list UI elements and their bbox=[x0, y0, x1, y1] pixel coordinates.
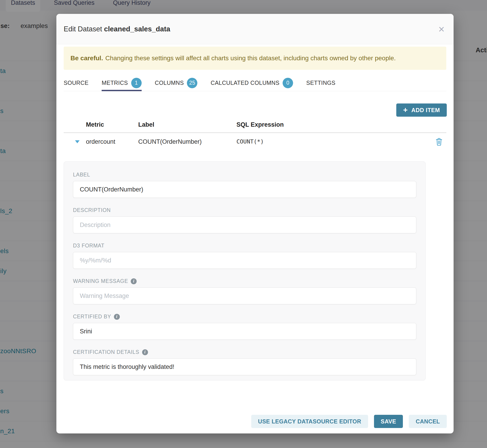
field-certification-details: CERTIFICATION DETAILS i This metric is t… bbox=[73, 349, 416, 375]
column-header-label: Label bbox=[138, 121, 154, 128]
trash-icon bbox=[435, 138, 443, 146]
field-label: LABEL COUNT(OrderNumber) bbox=[73, 172, 416, 198]
input-value: This metric is thoroughly validated! bbox=[80, 363, 174, 370]
edit-dataset-modal: Edit Dataset cleaned_sales_data × Be car… bbox=[56, 14, 454, 433]
table-header-divider bbox=[64, 132, 446, 133]
field-d3-format: D3 FORMAT %y/%m/%d bbox=[73, 243, 416, 269]
dataset-name: cleaned_sales_data bbox=[104, 25, 170, 33]
modal-title-prefix: Edit Dataset bbox=[64, 25, 102, 33]
collapse-row-caret-icon[interactable] bbox=[75, 140, 80, 143]
field-label-row: LABEL bbox=[73, 172, 416, 178]
field-label-row: D3 FORMAT bbox=[73, 243, 416, 249]
input-placeholder: %y/%m/%d bbox=[80, 257, 111, 264]
warning-text: Changing these settings will affect all … bbox=[105, 55, 396, 62]
add-item-label: ADD ITEM bbox=[411, 107, 440, 113]
metric-sql-cell: COUNT(*) bbox=[236, 138, 264, 145]
certification-details-input[interactable]: This metric is thoroughly validated! bbox=[73, 358, 416, 375]
field-warning-message: WARNING MESSAGE i Warning Message bbox=[73, 278, 416, 304]
input-value: COUNT(OrderNumber) bbox=[80, 186, 143, 193]
input-value: Srini bbox=[80, 328, 92, 335]
modal-footer: USE LEGACY DATASOURCE EDITOR SAVE CANCEL bbox=[251, 415, 447, 428]
warning-banner: Be careful. Changing these settings will… bbox=[64, 47, 446, 70]
field-label-row: WARNING MESSAGE i bbox=[73, 278, 416, 284]
warning-bold: Be careful. bbox=[71, 55, 103, 62]
field-label-row: CERTIFICATION DETAILS i bbox=[73, 349, 416, 355]
tab-source[interactable]: SOURCE bbox=[64, 75, 88, 91]
description-input[interactable]: Description bbox=[73, 216, 416, 233]
field-description: DESCRIPTION Description bbox=[73, 207, 416, 233]
modal-tabs: SOURCE METRICS 1 COLUMNS 25 CALCULATED C… bbox=[64, 75, 446, 91]
field-label-text: CERTIFICATION DETAILS bbox=[73, 349, 139, 355]
tab-metrics[interactable]: METRICS 1 bbox=[102, 75, 141, 91]
tab-settings[interactable]: SETTINGS bbox=[306, 75, 335, 91]
input-placeholder: Description bbox=[80, 222, 111, 229]
field-label-text: D3 FORMAT bbox=[73, 243, 104, 249]
d3-format-input[interactable]: %y/%m/%d bbox=[73, 252, 416, 269]
calculated-columns-count-badge: 0 bbox=[283, 78, 293, 88]
metric-label-cell: COUNT(OrderNumber) bbox=[138, 138, 202, 145]
field-label-row: DESCRIPTION bbox=[73, 207, 416, 213]
tab-label: COLUMNS bbox=[155, 80, 184, 86]
field-label-text: WARNING MESSAGE bbox=[73, 278, 128, 284]
label-input[interactable]: COUNT(OrderNumber) bbox=[73, 181, 416, 198]
tab-label: CALCULATED COLUMNS bbox=[211, 80, 279, 86]
metric-name-cell: ordercount bbox=[86, 138, 115, 145]
certified-by-input[interactable]: Srini bbox=[73, 323, 416, 340]
modal-title: Edit Dataset cleaned_sales_data bbox=[64, 25, 170, 33]
column-header-sql-expression: SQL Expression bbox=[236, 121, 284, 128]
input-placeholder: Warning Message bbox=[80, 292, 129, 299]
delete-metric-button[interactable] bbox=[435, 138, 443, 147]
field-label-text: CERTIFIED BY bbox=[73, 314, 111, 320]
field-certified-by: CERTIFIED BY i Srini bbox=[73, 314, 416, 340]
metrics-count-badge: 1 bbox=[131, 78, 142, 88]
tab-label: SETTINGS bbox=[306, 80, 335, 86]
field-label-row: CERTIFIED BY i bbox=[73, 314, 416, 320]
cancel-button[interactable]: CANCEL bbox=[409, 415, 447, 428]
save-button[interactable]: SAVE bbox=[374, 415, 403, 428]
info-icon: i bbox=[114, 314, 120, 320]
use-legacy-datasource-editor-button[interactable]: USE LEGACY DATASOURCE EDITOR bbox=[251, 415, 368, 428]
plus-icon: + bbox=[403, 106, 408, 114]
warning-message-input[interactable]: Warning Message bbox=[73, 288, 416, 304]
add-item-button[interactable]: + ADD ITEM bbox=[396, 104, 447, 117]
info-icon: i bbox=[142, 349, 148, 355]
tab-label: SOURCE bbox=[64, 80, 88, 86]
tab-label: METRICS bbox=[102, 80, 128, 86]
datasets-page: Datasets Saved Queries Query History se:… bbox=[0, 0, 487, 448]
tab-columns[interactable]: COLUMNS 25 bbox=[155, 75, 198, 91]
modal-header: Edit Dataset cleaned_sales_data × bbox=[56, 14, 454, 44]
field-label-text: DESCRIPTION bbox=[73, 207, 111, 213]
tab-calculated-columns[interactable]: CALCULATED COLUMNS 0 bbox=[211, 75, 293, 91]
metric-edit-panel: LABEL COUNT(OrderNumber) DESCRIPTION Des… bbox=[64, 161, 426, 380]
info-icon: i bbox=[131, 278, 137, 284]
close-icon[interactable]: × bbox=[438, 24, 445, 34]
field-label-text: LABEL bbox=[73, 172, 90, 178]
column-header-metric: Metric bbox=[86, 121, 104, 128]
columns-count-badge: 25 bbox=[187, 78, 197, 88]
